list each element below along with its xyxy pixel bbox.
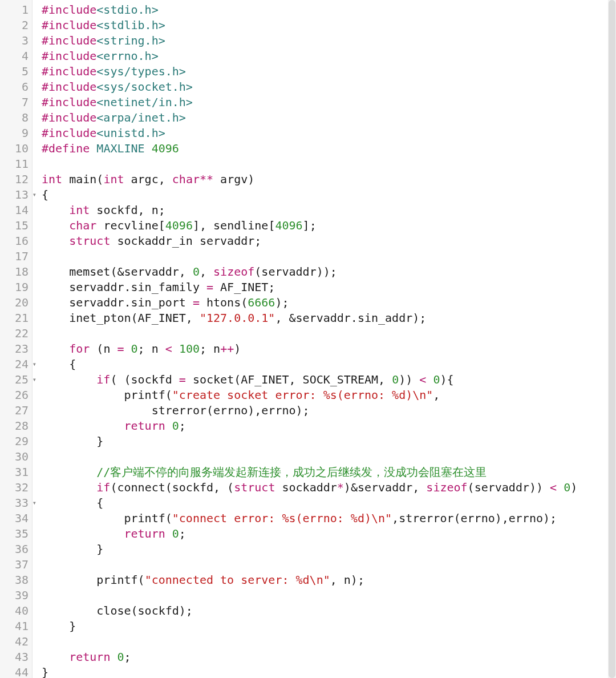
- line-number: 30: [0, 449, 29, 465]
- token-id: }: [42, 542, 103, 556]
- line-number: 14: [0, 203, 29, 218]
- code-line[interactable]: {: [42, 495, 616, 511]
- code-line[interactable]: #define MAXLINE 4096: [42, 141, 616, 156]
- token-kw: sizeof: [213, 265, 254, 279]
- token-num: 0: [433, 373, 440, 386]
- code-line[interactable]: servaddr.sin_port = htons(6666);: [42, 295, 616, 310]
- token-kw: return: [124, 419, 165, 433]
- code-area[interactable]: #include<stdio.h>#include<stdlib.h>#incl…: [33, 0, 616, 678]
- line-number: 27: [0, 403, 29, 418]
- code-line[interactable]: [42, 449, 616, 465]
- token-id: (connect(sockfd, (: [110, 481, 234, 494]
- token-id: ){: [440, 373, 453, 386]
- token-id: ): [570, 481, 577, 494]
- token-id: }: [42, 665, 48, 678]
- code-line[interactable]: #include<sys/types.h>: [42, 64, 616, 79]
- token-id: printf(: [42, 511, 172, 525]
- line-number: 44: [0, 665, 29, 678]
- token-str: "127.0.0.1": [200, 311, 275, 325]
- code-line[interactable]: printf("create socket error: %s(errno: %…: [42, 388, 616, 403]
- line-number: 23: [0, 341, 29, 357]
- code-line[interactable]: #include<stdlib.h>: [42, 18, 616, 33]
- code-line[interactable]: #include<errno.h>: [42, 49, 616, 64]
- token-id: [172, 342, 179, 356]
- code-line[interactable]: int main(int argc, char** argv): [42, 172, 616, 187]
- token-num: 4096: [275, 219, 302, 232]
- code-line[interactable]: [42, 557, 616, 572]
- code-line[interactable]: #include<arpa/inet.h>: [42, 110, 616, 126]
- code-line[interactable]: #include<netinet/in.h>: [42, 95, 616, 110]
- token-id: , &servaddr.sin_addr);: [275, 311, 426, 325]
- line-number: 36: [0, 542, 29, 557]
- line-number: 29: [0, 434, 29, 449]
- code-editor[interactable]: 12345678910111213▾1415161718192021222324…: [0, 0, 616, 678]
- code-line[interactable]: #include<stdio.h>: [42, 2, 616, 18]
- token-id: inet_pton(AF_INET,: [42, 311, 200, 325]
- token-id: AF_INET;: [213, 280, 275, 294]
- token-pp: #include: [42, 18, 96, 32]
- line-number: 18: [0, 264, 29, 280]
- token-kw: if: [96, 481, 110, 494]
- token-id: ( (sockfd: [110, 373, 179, 386]
- token-pp: #include: [42, 34, 96, 47]
- code-line[interactable]: return 0;: [42, 526, 616, 542]
- vertical-scrollbar[interactable]: [608, 0, 616, 678]
- code-line[interactable]: {: [42, 357, 616, 372]
- code-line[interactable]: if( (sockfd = socket(AF_INET, SOCK_STREA…: [42, 372, 616, 388]
- code-line[interactable]: for (n = 0; n < 100; n++): [42, 341, 616, 357]
- token-id: ,strerror(errno),errno);: [392, 511, 557, 525]
- token-num: 0: [117, 650, 124, 664]
- code-line[interactable]: printf("connect error: %s(errno: %d)\n",…: [42, 511, 616, 526]
- code-line[interactable]: printf("connected to server: %d\n", n);: [42, 572, 616, 588]
- code-line[interactable]: #include<sys/socket.h>: [42, 79, 616, 95]
- line-number: 32: [0, 480, 29, 495]
- code-line[interactable]: [42, 634, 616, 649]
- token-str: "create socket error: %s(errno: %d)\n": [172, 388, 433, 402]
- token-id: {: [42, 357, 76, 371]
- code-line[interactable]: inet_pton(AF_INET, "127.0.0.1", &servadd…: [42, 310, 616, 326]
- code-line[interactable]: [42, 156, 616, 172]
- code-line[interactable]: }: [42, 665, 616, 678]
- code-line[interactable]: [42, 588, 616, 603]
- code-line[interactable]: memset(&servaddr, 0, sizeof(servaddr));: [42, 264, 616, 280]
- code-line[interactable]: int sockfd, n;: [42, 203, 616, 218]
- token-id: [557, 481, 564, 494]
- code-line[interactable]: strerror(errno),errno);: [42, 403, 616, 418]
- code-line[interactable]: struct sockaddr_in servaddr;: [42, 233, 616, 249]
- token-num: 4096: [152, 142, 179, 155]
- line-number: 17: [0, 249, 29, 264]
- code-line[interactable]: }: [42, 434, 616, 449]
- token-id: recvline[: [96, 219, 165, 232]
- token-id: (servaddr));: [254, 265, 337, 279]
- line-number: 26: [0, 388, 29, 403]
- token-id: {: [42, 188, 48, 201]
- token-id: [42, 527, 124, 540]
- code-line[interactable]: return 0;: [42, 649, 616, 665]
- code-line[interactable]: }: [42, 542, 616, 557]
- token-num: 0: [131, 342, 138, 356]
- token-id: (n: [90, 342, 117, 356]
- token-id: printf(: [42, 573, 145, 587]
- code-line[interactable]: #include<unistd.h>: [42, 126, 616, 141]
- code-line[interactable]: if(connect(sockfd, (struct sockaddr*)&se…: [42, 480, 616, 495]
- code-line[interactable]: close(sockfd);: [42, 603, 616, 619]
- line-number: 35: [0, 526, 29, 542]
- code-line[interactable]: return 0;: [42, 418, 616, 434]
- code-line[interactable]: char recvline[4096], sendline[4096];: [42, 218, 616, 233]
- token-hdr: <arpa/inet.h>: [96, 111, 186, 124]
- token-id: printf(: [42, 388, 172, 402]
- line-number: 24▾: [0, 357, 29, 372]
- token-id: [110, 650, 117, 664]
- token-num: 0: [172, 527, 179, 540]
- code-line[interactable]: [42, 249, 616, 264]
- scrollbar-thumb[interactable]: [609, 0, 615, 678]
- token-hdr: <errno.h>: [96, 49, 158, 63]
- token-id: ; n: [200, 342, 220, 356]
- code-line[interactable]: servaddr.sin_family = AF_INET;: [42, 280, 616, 295]
- code-line[interactable]: [42, 326, 616, 341]
- code-line[interactable]: //客户端不停的向服务端发起新连接，成功之后继续发，没成功会阻塞在这里: [42, 465, 616, 480]
- code-line[interactable]: {: [42, 187, 616, 203]
- token-kw: for: [69, 342, 90, 356]
- code-line[interactable]: #include<string.h>: [42, 33, 616, 49]
- code-line[interactable]: }: [42, 619, 616, 634]
